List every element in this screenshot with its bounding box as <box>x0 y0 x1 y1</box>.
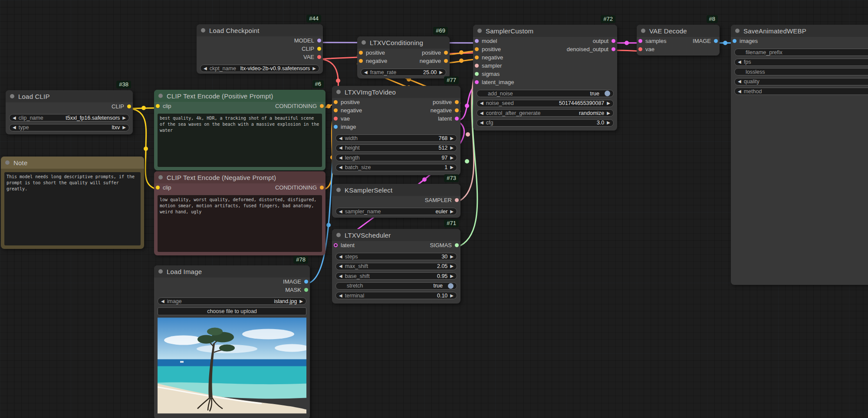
input-dot-clip[interactable] <box>156 104 160 108</box>
widget-left-arrow[interactable]: ◀ <box>13 116 16 120</box>
widget-right-arrow[interactable]: ▶ <box>607 121 610 125</box>
output-port-SAMPLER[interactable]: SAMPLER <box>425 196 459 204</box>
widget-right-arrow[interactable]: ▶ <box>450 264 454 268</box>
output-dot-CONDITIONING[interactable] <box>320 104 324 108</box>
output-port-VAE[interactable]: VAE <box>303 53 321 61</box>
output-dot-MASK[interactable] <box>304 288 308 292</box>
input-port-sigmas[interactable]: sigmas <box>475 70 500 78</box>
input-port-negative[interactable]: negative <box>334 106 362 114</box>
widget-fps[interactable]: ◀fps <box>734 59 868 66</box>
widget-width[interactable]: ◀width768▶ <box>335 134 457 142</box>
widget-quality[interactable]: ◀quality <box>734 78 868 85</box>
widget-left-arrow[interactable]: ◀ <box>339 264 342 268</box>
node-load-checkpoint[interactable]: Load CheckpointMODELCLIPVAE◀ckpt_nameltx… <box>197 24 323 74</box>
node-ksampler-select[interactable]: KSamplerSelectSAMPLER◀sampler_nameeuler▶ <box>332 184 460 218</box>
input-port-latent_image[interactable]: latent_image <box>475 78 514 86</box>
output-dot-MODEL[interactable] <box>317 39 321 42</box>
output-dot-IMAGE[interactable] <box>714 39 718 43</box>
output-dot-output[interactable] <box>612 39 615 43</box>
collapse-dot[interactable] <box>5 160 10 165</box>
widget-noise_seed[interactable]: ◀noise_seed501744655390087▶ <box>477 100 614 107</box>
widget-right-arrow[interactable]: ▶ <box>450 156 454 160</box>
input-port-samples[interactable]: samples <box>638 37 666 45</box>
input-port-positive[interactable]: positive <box>475 45 501 53</box>
widget-right-arrow[interactable]: ▶ <box>450 136 454 140</box>
widget-left-arrow[interactable]: ◀ <box>738 79 741 84</box>
collapse-dot[interactable] <box>158 94 163 98</box>
collapse-dot[interactable] <box>158 269 163 274</box>
input-port-vae[interactable]: vae <box>334 114 350 123</box>
input-port-clip[interactable]: clip <box>156 102 171 110</box>
input-dot-negative[interactable] <box>334 108 338 112</box>
input-dot-sigmas[interactable] <box>475 72 479 76</box>
node-title-vae-decode[interactable]: VAE Decode <box>637 25 720 37</box>
node-graph-canvas[interactable]: Load CheckpointMODELCLIPVAE◀ckpt_nameltx… <box>0 0 868 418</box>
output-dot-SAMPLER[interactable] <box>455 198 459 202</box>
input-dot-positive[interactable] <box>359 51 363 55</box>
node-title-clip-text-encode-negative[interactable]: CLIP Text Encode (Negative Prompt) <box>154 171 326 183</box>
node-title-load-clip[interactable]: Load CLIP <box>6 90 133 102</box>
node-ltxv-conditioning[interactable]: LTXVConditioningpositivenegativepositive… <box>357 36 450 78</box>
collapse-dot[interactable] <box>158 175 163 180</box>
collapse-dot[interactable] <box>735 29 740 33</box>
widget-left-arrow[interactable]: ◀ <box>204 66 207 71</box>
node-title-save-animated-webp[interactable]: SaveAnimatedWEBP <box>731 25 868 37</box>
collapse-dot[interactable] <box>477 29 482 33</box>
output-dot-latent[interactable] <box>455 117 459 121</box>
node-sampler-custom[interactable]: SamplerCustommodelpositivenegativesample… <box>473 25 617 131</box>
input-port-negative[interactable]: negative <box>475 53 503 62</box>
input-port-vae[interactable]: vae <box>638 45 654 53</box>
widget-left-arrow[interactable]: ◀ <box>480 111 483 115</box>
input-dot-image[interactable] <box>334 125 338 129</box>
collapse-dot[interactable] <box>362 40 366 45</box>
collapse-dot[interactable] <box>10 94 14 98</box>
widget-right-arrow[interactable]: ▶ <box>450 146 454 150</box>
widget-left-arrow[interactable]: ◀ <box>364 70 368 75</box>
output-port-output[interactable]: output <box>593 37 615 45</box>
widget-max_shift[interactable]: ◀max_shift2.05▶ <box>335 263 457 270</box>
output-port-CLIP[interactable]: CLIP <box>302 45 321 53</box>
widget-ckpt_name[interactable]: ◀ckpt_nameltx-video-2b-v0.9.safetensors▶ <box>200 65 319 72</box>
collapse-dot[interactable] <box>336 188 341 192</box>
output-dot-negative[interactable] <box>455 108 459 112</box>
widget-clip_name[interactable]: ◀clip_namet5xxl_fp16.safetensors▶ <box>9 114 129 121</box>
widget-type[interactable]: ◀typeltxv▶ <box>9 124 129 131</box>
input-dot-vae[interactable] <box>334 117 338 121</box>
input-dot-positive[interactable] <box>334 100 338 104</box>
node-title-clip-text-encode-positive[interactable]: CLIP Text Encode (Positive Prompt) <box>154 90 326 102</box>
collapse-dot[interactable] <box>641 29 645 33</box>
input-dot-negative[interactable] <box>475 56 479 59</box>
widget-frame_rate[interactable]: ◀frame_rate25.00▶ <box>361 69 446 76</box>
widget-left-arrow[interactable]: ◀ <box>339 156 342 160</box>
input-port-model[interactable]: model <box>475 37 497 45</box>
node-title-ltxv-scheduler[interactable]: LTXVScheduler <box>332 229 460 241</box>
output-dot-CLIP[interactable] <box>127 104 131 108</box>
prompt-textarea[interactable]: best quality, 4k, HDR, a tracking shot o… <box>158 114 322 167</box>
toggle-knob[interactable] <box>448 283 454 289</box>
node-title-load-image[interactable]: Load Image <box>154 265 310 278</box>
input-dot-clip[interactable] <box>156 186 160 189</box>
input-dot-sampler[interactable] <box>475 64 479 68</box>
widget-lossless[interactable]: lossless <box>734 68 868 75</box>
output-port-negative[interactable]: negative <box>420 57 448 65</box>
node-title-sampler-custom[interactable]: SamplerCustom <box>473 25 617 37</box>
input-port-image[interactable]: image <box>334 123 356 131</box>
input-dot-model[interactable] <box>475 39 479 43</box>
output-port-CLIP[interactable]: CLIP <box>112 102 131 111</box>
output-port-SIGMAS[interactable]: SIGMAS <box>430 241 459 249</box>
input-dot-samples[interactable] <box>638 39 642 43</box>
widget-control_after_generate[interactable]: ◀control_after_generaterandomize▶ <box>477 109 614 117</box>
node-load-image[interactable]: Load ImageIMAGEMASK◀imageisland.jpg▶choo… <box>154 265 310 418</box>
widget-left-arrow[interactable]: ◀ <box>339 255 342 259</box>
upload-button[interactable]: choose file to upload <box>158 307 306 315</box>
widget-height[interactable]: ◀height512▶ <box>335 144 457 152</box>
input-port-negative[interactable]: negative <box>359 57 387 65</box>
input-port-images[interactable]: images <box>733 37 758 45</box>
node-clip-text-encode-negative[interactable]: CLIP Text Encode (Negative Prompt)clipCO… <box>154 171 326 255</box>
widget-left-arrow[interactable]: ◀ <box>339 274 342 278</box>
widget-left-arrow[interactable]: ◀ <box>339 146 342 150</box>
input-dot-negative[interactable] <box>359 59 363 63</box>
output-port-CONDITIONING[interactable]: CONDITIONING <box>275 183 324 192</box>
widget-right-arrow[interactable]: ▶ <box>450 165 454 170</box>
collapse-dot[interactable] <box>336 233 341 237</box>
